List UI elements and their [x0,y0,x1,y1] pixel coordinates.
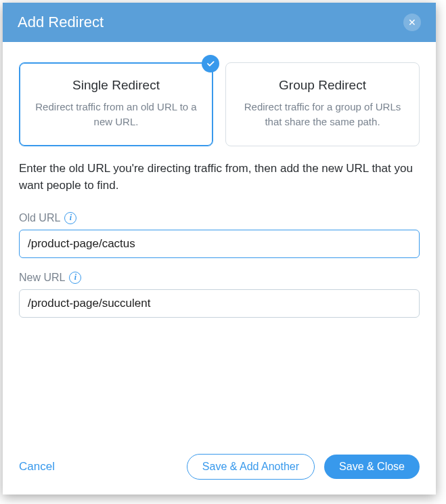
field-label-row: New URL i [19,272,420,284]
option-group-redirect[interactable]: Group Redirect Redirect traffic for a gr… [225,62,420,146]
info-icon[interactable]: i [64,212,76,224]
modal-title: Add Redirect [18,14,104,31]
new-url-field-block: New URL i [19,272,420,318]
save-add-another-button[interactable]: Save & Add Another [187,454,315,480]
option-title: Single Redirect [33,78,199,93]
selected-check-badge [202,55,219,72]
option-title: Group Redirect [240,78,405,93]
close-button[interactable]: ✕ [403,14,421,31]
new-url-label: New URL [19,272,65,284]
old-url-label: Old URL [19,212,60,224]
info-icon[interactable]: i [69,272,81,284]
old-url-input[interactable] [19,230,420,258]
option-description: Redirect traffic for a group of URLs tha… [240,100,405,129]
cancel-button[interactable]: Cancel [19,460,55,474]
old-url-field-block: Old URL i [19,212,420,258]
modal-header: Add Redirect ✕ [3,3,436,42]
modal-body: Single Redirect Redirect traffic from an… [3,42,436,444]
save-close-button[interactable]: Save & Close [324,455,420,479]
instruction-text: Enter the old URL you're directing traff… [19,160,420,194]
check-icon [206,59,215,68]
close-icon: ✕ [408,18,416,27]
field-label-row: Old URL i [19,212,420,224]
new-url-input[interactable] [19,289,420,318]
add-redirect-modal: Add Redirect ✕ Single Redirect Redirect … [3,3,436,495]
modal-footer: Cancel Save & Add Another Save & Close [3,444,436,495]
option-description: Redirect traffic from an old URL to a ne… [33,100,199,129]
redirect-type-options: Single Redirect Redirect traffic from an… [19,62,420,146]
option-single-redirect[interactable]: Single Redirect Redirect traffic from an… [19,62,213,146]
